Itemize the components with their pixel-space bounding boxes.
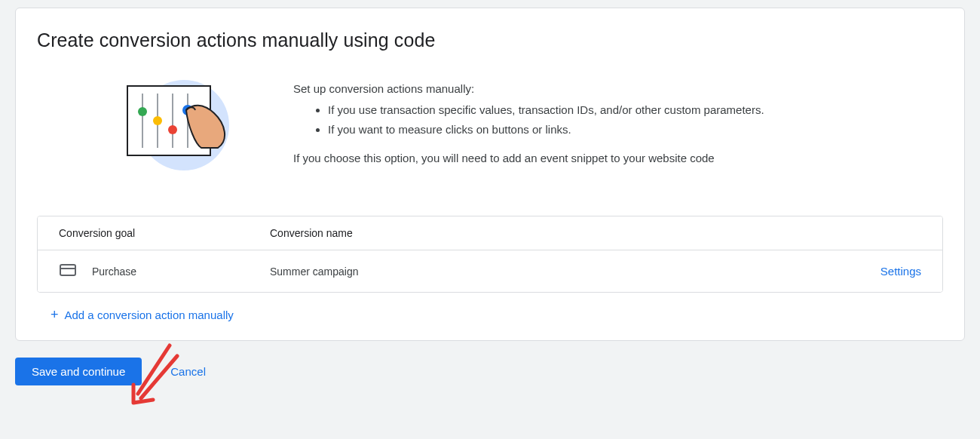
credit-card-icon [59,261,77,281]
td-goal: Purchase [59,261,270,281]
table-row: Purchase Summer campaign Settings [38,250,942,292]
intro-bullets: If you use transaction specific values, … [293,101,943,139]
footer-actions: Save and continue Cancel [15,358,965,385]
goal-label: Purchase [92,266,136,278]
plus-icon: + [51,308,59,321]
intro-note: If you choose this option, you will need… [293,149,943,167]
th-goal: Conversion goal [59,227,270,239]
save-and-continue-button[interactable]: Save and continue [15,358,142,385]
settings-link[interactable]: Settings [831,265,921,278]
svg-point-8 [168,125,177,134]
intro-lead: Set up conversion actions manually: [293,80,943,98]
intro-section: Set up conversion actions manually: If y… [37,72,943,186]
table-header-row: Conversion goal Conversion name [38,216,942,250]
cancel-button[interactable]: Cancel [170,365,206,378]
add-conversion-action-link[interactable]: + Add a conversion action manually [37,308,234,321]
conversion-table: Conversion goal Conversion name Purchase… [37,216,943,293]
svg-point-7 [153,116,162,125]
td-name: Summer campaign [270,266,831,278]
intro-bullet: If you want to measure clicks on buttons… [328,121,943,139]
sliders-illustration [112,72,248,186]
svg-rect-10 [60,265,75,275]
intro-text: Set up conversion actions manually: If y… [293,72,943,170]
th-name: Conversion name [270,227,831,239]
svg-point-6 [138,107,147,116]
page-title: Create conversion actions manually using… [37,29,943,51]
intro-bullet: If you use transaction specific values, … [328,101,943,119]
add-link-label: Add a conversion action manually [65,309,234,321]
main-card: Create conversion actions manually using… [15,8,965,341]
